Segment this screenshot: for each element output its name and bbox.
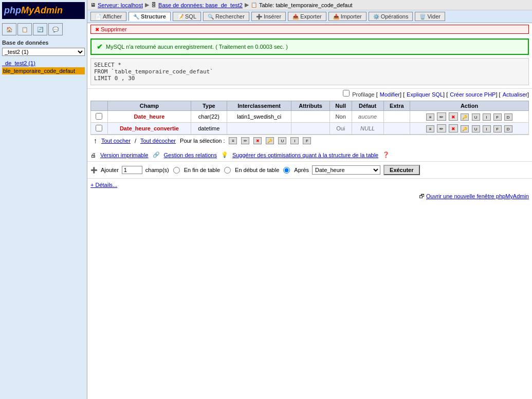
nav-home-button[interactable]: 🏠 [2, 23, 16, 35]
sel-browse-icon[interactable]: ≡ [229, 137, 237, 144]
row2-index-btn[interactable]: I [483, 125, 491, 132]
vider-icon: 🗑️ [419, 14, 426, 20]
row1-fulltext-btn[interactable]: F [493, 113, 502, 121]
link-actualiser[interactable]: Actualiser [503, 91, 527, 98]
row2-checkbox-cell [91, 123, 108, 135]
optimize-icon: 💡 [221, 151, 228, 158]
row1-edit-btn[interactable]: ✏ [437, 112, 446, 121]
after-field-select[interactable]: Date_heure Date_heure_convertie [312, 165, 380, 175]
new-window-icon: 🗗 [419, 193, 425, 199]
db-selector[interactable]: _test2 (1) [2, 48, 85, 56]
profilage-label[interactable]: Profilage [343, 91, 376, 98]
link-modifier[interactable]: Modifier [380, 91, 400, 98]
nav-sql-button[interactable]: 📋 [17, 23, 32, 35]
row1-index-btn[interactable]: I [483, 113, 491, 121]
row1-attributs [291, 111, 329, 123]
sel-delete-icon[interactable]: ✖ [253, 137, 262, 144]
radio-end[interactable] [173, 167, 180, 174]
details-link[interactable]: + Détails... [90, 182, 117, 188]
uncheck-all-link[interactable]: Tout décocher [140, 138, 176, 144]
tools-bar: 🖨 Version imprimable 🔗 Gestion des relat… [87, 148, 532, 162]
sidebar-nav-icons: 🏠 📋 🔄 💬 [2, 23, 85, 35]
sel-fulltext-icon[interactable]: F [303, 137, 311, 144]
row2-distinct-btn[interactable]: D [504, 125, 512, 132]
row1-extra [383, 111, 410, 123]
row1-field: Date_heure [107, 111, 191, 123]
optimize-help-icon: ❓ [382, 151, 390, 158]
tab-inserer[interactable]: ➕Insérer [251, 12, 286, 21]
success-message: ✔ MySQL n'a retourné aucun enregistremen… [90, 39, 529, 55]
nav-refresh-button[interactable]: 🔄 [33, 23, 47, 35]
sidebar-item-de-test2[interactable]: _de_test2 (1) [2, 60, 85, 66]
row1-unique-btn[interactable]: U [472, 113, 480, 121]
sidebar: phpMyAdmin 🏠 📋 🔄 💬 Base de données _test… [0, 0, 87, 399]
optimize-link[interactable]: Suggérer des optimisations quant à la st… [232, 152, 378, 158]
row2-checkbox[interactable] [96, 125, 102, 131]
row2-delete-btn[interactable]: ✖ [449, 124, 458, 132]
operations-icon: ⚙️ [373, 14, 379, 20]
sidebar-item-table[interactable]: ble_temporaire_code_defaut [2, 67, 85, 74]
link-creer-source[interactable]: Créer source PHP [450, 91, 496, 98]
sql-display: SELECT * FROM `table_temporaire_code_def… [90, 58, 529, 85]
table-row: Date_heure char(22) latin1_swedish_ci No… [91, 111, 529, 123]
col-null: Null [329, 101, 352, 111]
row1-distinct-btn[interactable]: D [504, 113, 512, 121]
row2-browse-btn[interactable]: ≡ [426, 125, 434, 132]
row2-edit-btn[interactable]: ✏ [437, 124, 446, 132]
importer-icon: 📥 [333, 14, 339, 20]
supprimer-icon: ✖ [95, 27, 99, 32]
tab-sql[interactable]: 📝SQL [173, 12, 201, 21]
radio-begin[interactable] [224, 167, 231, 174]
logo: phpMyAdmin [2, 2, 85, 19]
sel-edit-icon[interactable]: ✏ [241, 137, 249, 144]
sel-index-icon[interactable]: I [290, 137, 299, 144]
breadcrumb-table: Table: table_temporaire_code_defaut [259, 2, 353, 8]
breadcrumb-db[interactable]: Base de données: base_de_test2 [158, 2, 243, 8]
champs-unit: champ(s) [145, 167, 169, 173]
col-action: Action [410, 101, 529, 111]
row1-defaut: aucune [352, 111, 383, 123]
row2-fulltext-btn[interactable]: F [493, 125, 502, 132]
link-expliquer[interactable]: Expliquer SQL [407, 91, 443, 98]
new-window-link[interactable]: Ouvrir une nouvelle fenêtre phpMyAdmin [426, 193, 529, 199]
profilage-checkbox[interactable] [343, 90, 350, 97]
col-attributs: Attributs [291, 101, 329, 111]
structure-table: Champ Type Interclassement Attributs Nul… [90, 101, 529, 135]
row1-browse-btn[interactable]: ≡ [426, 113, 434, 121]
row1-interclassement: latin1_swedish_ci [227, 111, 291, 123]
relations-link[interactable]: Gestion des relations [164, 152, 217, 158]
tab-operations[interactable]: ⚙️Opérations [369, 12, 413, 21]
tab-exporter[interactable]: 📤Exporter [288, 12, 326, 21]
add-quantity-input[interactable] [122, 166, 142, 174]
check-all-link[interactable]: Tout cocher [101, 138, 131, 144]
sel-unique-icon[interactable]: U [278, 137, 286, 144]
db-label: Base de données [2, 40, 85, 46]
row1-primary-btn[interactable]: 🔑 [461, 113, 469, 121]
tab-supprimer[interactable]: ✖Supprimer [90, 25, 529, 34]
table-icon: 📋 [251, 2, 257, 8]
row2-primary-btn[interactable]: 🔑 [461, 125, 469, 132]
table-row: Date_heure_convertie datetime Oui NULL ≡… [91, 123, 529, 135]
breadcrumb: 🖥 Serveur: localhost ▶ 🗄 Base de données… [87, 0, 532, 10]
row1-delete-btn[interactable]: ✖ [449, 112, 458, 121]
breadcrumb-server[interactable]: Serveur: localhost [98, 2, 143, 8]
row1-null: Non [329, 111, 352, 123]
nav-help-button[interactable]: 💬 [48, 23, 63, 35]
tab-rechercher[interactable]: 🔍Rechercher [203, 12, 249, 21]
tab-vider[interactable]: 🗑️Vider [415, 12, 445, 21]
tab-importer[interactable]: 📥Importer [328, 12, 366, 21]
row1-checkbox[interactable] [96, 113, 102, 120]
print-link[interactable]: Version imprimable [100, 152, 149, 158]
radio-after-label: Après [294, 167, 309, 173]
col-defaut: Défaut [352, 101, 383, 111]
tab-afficher[interactable]: 📄Afficher [90, 12, 126, 21]
sel-primary-icon[interactable]: 🔑 [266, 137, 274, 144]
radio-after[interactable] [283, 167, 290, 174]
tab-structure[interactable]: 🔧Structure [129, 12, 171, 21]
logo-php: php [4, 5, 21, 15]
structure-table-container: Champ Type Interclassement Attributs Nul… [90, 101, 529, 146]
select-all-row: ↑ Tout cocher / Tout décocher Pour la sé… [90, 135, 529, 146]
execute-button[interactable]: Exécuter [383, 165, 419, 175]
row2-unique-btn[interactable]: U [472, 125, 480, 132]
relations-icon: 🔗 [153, 151, 160, 158]
